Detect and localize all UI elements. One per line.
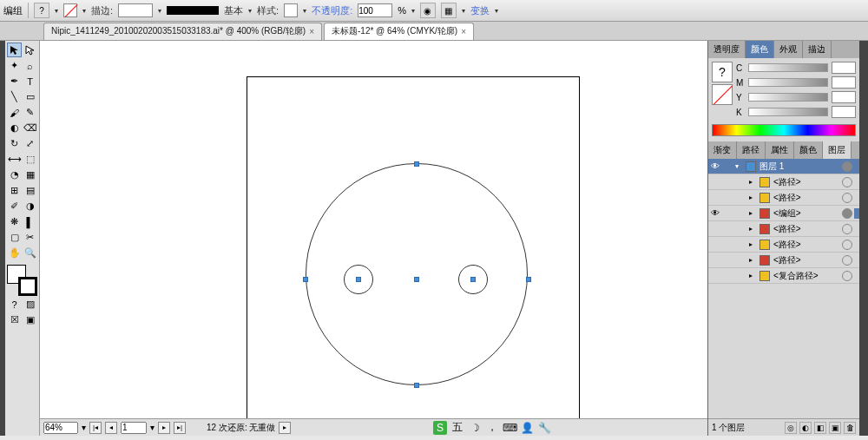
expand-toggle-icon[interactable]: ▾ xyxy=(735,162,744,170)
align-icon[interactable]: ▦ xyxy=(441,3,457,18)
tab-color[interactable]: 颜色 xyxy=(746,41,774,58)
tab-transparency[interactable]: 透明度 xyxy=(708,41,746,58)
slice-tool[interactable]: ✂ xyxy=(23,230,37,245)
lasso-tool[interactable]: ⌕ xyxy=(23,58,37,73)
expand-toggle-icon[interactable]: ▸ xyxy=(749,178,758,186)
target-icon[interactable] xyxy=(842,255,852,266)
dropdown-arrow-icon[interactable]: ▾ xyxy=(82,7,86,15)
width-tool[interactable]: ⟷ xyxy=(7,152,22,167)
target-icon[interactable] xyxy=(842,271,852,281)
moon-icon[interactable]: ☽ xyxy=(468,421,482,435)
type-tool[interactable]: T xyxy=(23,74,37,89)
expand-toggle-icon[interactable]: ▸ xyxy=(749,225,758,233)
target-icon[interactable] xyxy=(842,161,852,172)
expand-toggle-icon[interactable]: ▸ xyxy=(749,240,758,248)
dropdown-arrow-icon[interactable]: ▾ xyxy=(55,7,58,15)
hand-tool[interactable]: ✋ xyxy=(7,246,22,260)
layer-name[interactable]: <路径> xyxy=(772,223,840,235)
user-icon[interactable]: 👤 xyxy=(520,421,534,435)
selection-handle[interactable] xyxy=(303,277,308,282)
target-icon[interactable] xyxy=(842,224,852,234)
document-tab[interactable]: 未标题-12* @ 64% (CMYK/轮廓) × xyxy=(324,23,474,40)
zoom-input[interactable] xyxy=(43,422,78,434)
cyan-value-input[interactable] xyxy=(832,62,856,74)
transform-link[interactable]: 变换 xyxy=(470,4,490,17)
dropdown-arrow-icon[interactable]: ▾ xyxy=(495,7,498,15)
layer-name[interactable]: <路径> xyxy=(772,192,840,204)
screen-mode-icon[interactable]: ▣ xyxy=(23,312,37,327)
pencil-tool[interactable]: ✎ xyxy=(23,105,37,120)
tab-stroke[interactable]: 描边 xyxy=(803,41,832,58)
none-swatch[interactable] xyxy=(712,84,733,105)
layer-item-row[interactable]: ▸ <路径> xyxy=(708,221,859,237)
pen-tool[interactable]: ✒ xyxy=(7,74,22,89)
first-page-button[interactable]: |◂ xyxy=(89,422,102,434)
blend-tool[interactable]: ◑ xyxy=(23,199,37,213)
help-icon[interactable]: ? xyxy=(34,3,49,18)
target-icon[interactable] xyxy=(842,177,852,187)
gradient-mode-icon[interactable]: ▨ xyxy=(23,297,37,312)
fill-preview[interactable]: ? xyxy=(712,62,733,82)
layer-name[interactable]: <复合路径> xyxy=(772,270,840,282)
eyedropper-tool[interactable]: ✐ xyxy=(7,199,22,213)
layer-item-row[interactable]: ▸ <复合路径> xyxy=(708,268,859,284)
keyboard-icon[interactable]: ⌨ xyxy=(503,421,516,435)
status-dropdown[interactable]: ▸ xyxy=(279,422,291,434)
mesh-tool[interactable]: ⊞ xyxy=(7,183,22,198)
color-mode-icon[interactable]: ? xyxy=(7,297,22,312)
dropdown-arrow-icon[interactable]: ▾ xyxy=(462,7,465,15)
layer-item-row[interactable]: ▸ <路径> xyxy=(708,237,859,253)
dropdown-arrow-icon[interactable]: ▾ xyxy=(158,7,161,15)
make-clipping-mask-icon[interactable]: ◐ xyxy=(799,422,812,434)
dropdown-arrow-icon[interactable]: ▾ xyxy=(303,7,306,15)
line-tool[interactable]: ╲ xyxy=(7,89,22,104)
punctuation-icon[interactable]: ， xyxy=(485,421,499,435)
fill-stroke-swatches[interactable] xyxy=(7,265,37,296)
stroke-weight-input[interactable] xyxy=(118,3,153,17)
close-icon[interactable]: × xyxy=(309,27,314,36)
layer-item-row[interactable]: ▸ <路径> xyxy=(708,253,859,268)
black-slider[interactable] xyxy=(748,108,828,116)
dropdown-arrow-icon[interactable]: ▾ xyxy=(248,7,252,15)
recolor-icon[interactable]: ◉ xyxy=(420,3,436,18)
rotate-tool[interactable]: ↻ xyxy=(7,136,22,151)
opacity-input[interactable] xyxy=(358,3,392,17)
artboard-tool[interactable]: ▢ xyxy=(7,230,22,245)
document-tab[interactable]: Nipic_1411249_20100202003515033183.ai* @… xyxy=(43,23,322,40)
paintbrush-tool[interactable]: 🖌 xyxy=(7,105,22,120)
ime-mode-label[interactable]: 五 xyxy=(450,421,464,435)
selection-handle[interactable] xyxy=(356,277,361,282)
yellow-value-input[interactable] xyxy=(832,91,856,103)
expand-toggle-icon[interactable]: ▸ xyxy=(749,209,758,217)
delete-layer-icon[interactable]: 🗑 xyxy=(844,422,856,434)
free-transform-tool[interactable]: ⬚ xyxy=(23,152,37,167)
new-layer-icon[interactable]: ▣ xyxy=(829,422,841,434)
yellow-slider[interactable] xyxy=(748,93,828,102)
layer-name[interactable]: <路径> xyxy=(772,254,840,266)
layer-name[interactable]: <路径> xyxy=(772,239,840,251)
zoom-tool[interactable]: 🔍 xyxy=(23,246,37,260)
shape-circle-large[interactable] xyxy=(306,163,528,385)
tab-layers[interactable]: 图层 xyxy=(823,141,852,159)
expand-toggle-icon[interactable]: ▸ xyxy=(749,272,758,279)
perspective-grid-tool[interactable]: ▦ xyxy=(23,167,37,182)
blob-brush-tool[interactable]: ◐ xyxy=(7,121,22,135)
shape-builder-tool[interactable]: ◔ xyxy=(7,167,22,182)
layer-name[interactable]: <编组> xyxy=(772,207,840,220)
magenta-value-input[interactable] xyxy=(832,76,856,89)
layer-name[interactable]: <路径> xyxy=(772,176,840,188)
layer-item-row[interactable]: 👁 ▸ <编组> xyxy=(708,206,859,221)
visibility-toggle-icon[interactable]: 👁 xyxy=(709,161,721,171)
selection-handle[interactable] xyxy=(470,277,476,282)
selection-tool[interactable] xyxy=(7,43,22,57)
eraser-tool[interactable]: ⌫ xyxy=(23,121,37,135)
page-input[interactable] xyxy=(121,422,147,434)
layer-name[interactable]: 图层 1 xyxy=(758,161,840,173)
next-page-button[interactable]: ▸ xyxy=(158,422,170,434)
magenta-slider[interactable] xyxy=(748,78,828,87)
direct-selection-tool[interactable] xyxy=(23,43,37,57)
color-spectrum[interactable] xyxy=(712,124,856,136)
canvas[interactable]: ▾ |◂ ◂ ▾ ▸ ▸| 12 次还原: 无重做 ▸ S 五 ☽ ， ⌨ 👤 … xyxy=(40,41,707,436)
symbol-sprayer-tool[interactable]: ❋ xyxy=(7,214,22,229)
scale-tool[interactable]: ⤢ xyxy=(23,136,37,151)
